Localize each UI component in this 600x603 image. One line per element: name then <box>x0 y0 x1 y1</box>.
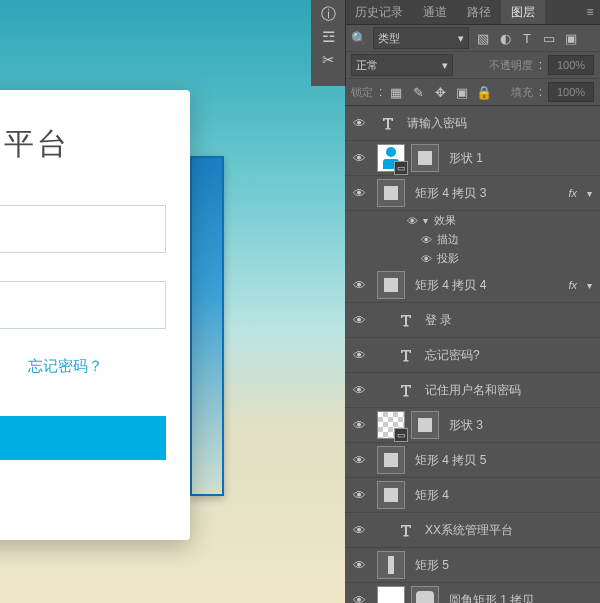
layer-name[interactable]: 记住用户名和密码 <box>423 382 596 399</box>
text-layer-icon <box>395 342 417 368</box>
visibility-toggle[interactable]: 👁 <box>419 253 433 265</box>
lock-paint-icon[interactable]: ✎ <box>410 85 426 100</box>
layer-name[interactable]: 请输入密码 <box>405 115 596 132</box>
vector-mask-thumb <box>377 551 405 579</box>
swatches-icon[interactable]: ☲ <box>322 29 335 44</box>
layer-row-rect4c4[interactable]: 👁矩形 4 拷贝 4fx▾ <box>345 268 600 303</box>
blend-row: 正常 ▾ 不透明度 : 100% <box>345 52 600 79</box>
lock-artboard-icon[interactable]: ▣ <box>454 85 470 100</box>
search-icon[interactable]: 🔍 <box>351 31 367 46</box>
layer-row-login[interactable]: 👁登 录 <box>345 303 600 338</box>
login-card: 平台 忘记密码？ <box>0 90 190 540</box>
layer-row-rect4c5[interactable]: 👁矩形 4 拷贝 5 <box>345 443 600 478</box>
fill-label: 填充 <box>511 85 533 100</box>
filter-kind-dropdown[interactable]: 类型 ▾ <box>373 27 469 49</box>
lock-transparent-icon[interactable]: ▦ <box>388 85 404 100</box>
opacity-label: 不透明度 <box>489 58 533 73</box>
input-password[interactable] <box>0 281 166 329</box>
panel-menu-icon[interactable]: ≡ <box>580 0 600 24</box>
app-viewport: 平台 忘记密码？ ⓘ ☲ ✂ 历史记录 通道 路径 图层 ≡ 🔍 类型 ▾ <box>0 0 600 603</box>
filter-kind-label: 类型 <box>378 31 400 46</box>
fx-header[interactable]: 👁▾效果 <box>345 211 600 230</box>
layer-row-rect4c3[interactable]: 👁矩形 4 拷贝 3fx▾ <box>345 176 600 211</box>
chevron-down-icon[interactable]: ▾ <box>583 280 596 291</box>
lock-row: 锁定 : ▦ ✎ ✥ ▣ 🔒 填充 : 100% <box>345 79 600 106</box>
tab-paths[interactable]: 路径 <box>457 0 501 24</box>
layer-filter-row: 🔍 类型 ▾ ▧ ◐ T ▭ ▣ <box>345 25 600 52</box>
layer-row-rect4[interactable]: 👁矩形 4 <box>345 478 600 513</box>
fx-item-label: 描边 <box>437 232 459 247</box>
filter-pixel-icon[interactable]: ▧ <box>475 31 491 46</box>
vector-mask-thumb <box>411 144 439 172</box>
info-icon[interactable]: ⓘ <box>321 6 336 21</box>
layer-row-forgot[interactable]: 👁忘记密码? <box>345 338 600 373</box>
layer-row-pw[interactable]: 👁请输入密码 <box>345 106 600 141</box>
layer-row-rrect1c[interactable]: 👁▭圆角矩形 1 拷贝 <box>345 583 600 603</box>
layer-row-remember[interactable]: 👁记住用户名和密码 <box>345 373 600 408</box>
fx-badge[interactable]: fx <box>562 187 583 199</box>
visibility-toggle[interactable]: 👁 <box>345 488 373 503</box>
layer-name[interactable]: XX系统管理平台 <box>423 522 596 539</box>
layer-name[interactable]: 矩形 5 <box>413 557 596 574</box>
tab-history[interactable]: 历史记录 <box>345 0 413 24</box>
fill-value[interactable]: 100% <box>548 82 594 102</box>
fx-item-label: 投影 <box>437 251 459 266</box>
visibility-toggle[interactable]: 👁 <box>345 313 373 328</box>
visibility-toggle[interactable]: 👁 <box>345 383 373 398</box>
fx-item[interactable]: 👁描边 <box>345 230 600 249</box>
visibility-toggle[interactable]: 👁 <box>345 186 373 201</box>
vector-mask-thumb <box>411 586 439 603</box>
layer-name[interactable]: 形状 1 <box>447 150 596 167</box>
layer-row-systitle[interactable]: 👁XX系统管理平台 <box>345 513 600 548</box>
layer-name[interactable]: 形状 3 <box>447 417 596 434</box>
filter-shape-icon[interactable]: ▭ <box>541 31 557 46</box>
selected-rect[interactable] <box>190 156 224 496</box>
visibility-toggle[interactable]: 👁 <box>345 116 373 131</box>
layer-name[interactable]: 矩形 4 <box>413 487 596 504</box>
visibility-toggle[interactable]: 👁 <box>345 593 373 604</box>
text-layer-icon <box>395 377 417 403</box>
input-username[interactable] <box>0 205 166 253</box>
visibility-toggle[interactable]: 👁 <box>405 215 419 227</box>
link-icon: ▭ <box>394 428 408 442</box>
canvas-area[interactable]: 平台 忘记密码？ <box>0 0 345 603</box>
filter-smart-icon[interactable]: ▣ <box>563 31 579 46</box>
layers-list[interactable]: 👁请输入密码👁▭形状 1👁矩形 4 拷贝 3fx▾👁▾效果👁描边👁投影👁矩形 4… <box>345 106 600 603</box>
layer-name[interactable]: 登 录 <box>423 312 596 329</box>
fx-header-label: 效果 <box>434 213 456 228</box>
forgot-link[interactable]: 忘记密码？ <box>0 357 166 376</box>
fx-badge[interactable]: fx <box>562 279 583 291</box>
visibility-toggle[interactable]: 👁 <box>345 151 373 166</box>
chevron-down-icon[interactable]: ▾ <box>583 188 596 199</box>
filter-adjust-icon[interactable]: ◐ <box>497 31 513 46</box>
filter-type-icon[interactable]: T <box>519 31 535 46</box>
lock-all-icon[interactable]: 🔒 <box>476 85 492 100</box>
visibility-toggle[interactable]: 👁 <box>345 453 373 468</box>
layer-name[interactable]: 圆角矩形 1 拷贝 <box>447 592 596 604</box>
fx-item[interactable]: 👁投影 <box>345 249 600 268</box>
visibility-toggle[interactable]: 👁 <box>345 418 373 433</box>
visibility-toggle[interactable]: 👁 <box>345 348 373 363</box>
opacity-value[interactable]: 100% <box>548 55 594 75</box>
layer-name[interactable]: 矩形 4 拷贝 5 <box>413 452 596 469</box>
link-icon: ▭ <box>394 161 408 175</box>
visibility-toggle[interactable]: 👁 <box>345 558 373 573</box>
layer-row-rect5[interactable]: 👁矩形 5 <box>345 548 600 583</box>
login-button[interactable] <box>0 416 166 460</box>
tab-layers[interactable]: 图层 <box>501 0 545 24</box>
visibility-toggle[interactable]: 👁 <box>345 523 373 538</box>
lock-position-icon[interactable]: ✥ <box>432 85 448 100</box>
layer-row-shape1[interactable]: 👁▭形状 1 <box>345 141 600 176</box>
visibility-toggle[interactable]: 👁 <box>345 278 373 293</box>
vector-mask-thumb <box>377 179 405 207</box>
tab-channels[interactable]: 通道 <box>413 0 457 24</box>
layer-row-shape3[interactable]: 👁▭形状 3 <box>345 408 600 443</box>
vector-mask-thumb <box>377 446 405 474</box>
shape-thumb: ▭ <box>377 144 405 172</box>
layer-name[interactable]: 矩形 4 拷贝 4 <box>413 277 562 294</box>
crop-icon[interactable]: ✂ <box>322 52 335 67</box>
visibility-toggle[interactable]: 👁 <box>419 234 433 246</box>
layer-name[interactable]: 矩形 4 拷贝 3 <box>413 185 562 202</box>
layer-name[interactable]: 忘记密码? <box>423 347 596 364</box>
blend-mode-dropdown[interactable]: 正常 ▾ <box>351 54 453 76</box>
